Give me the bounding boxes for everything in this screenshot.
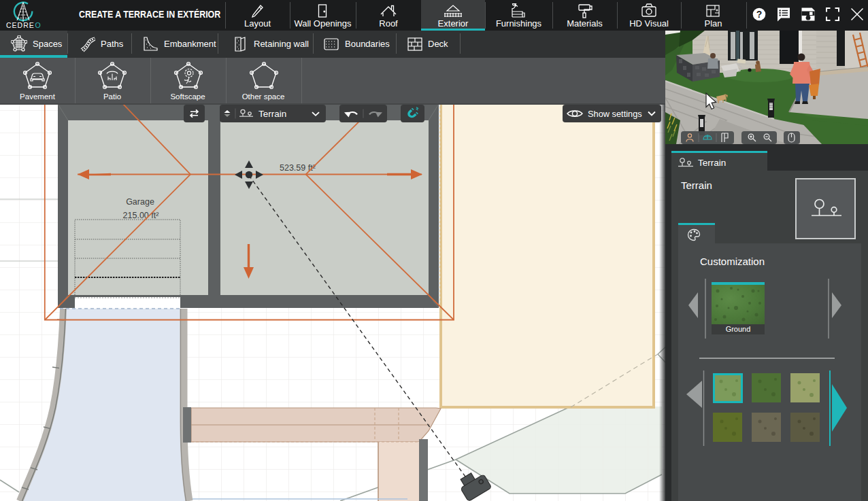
svg-text:523.59 ft²: 523.59 ft² <box>280 163 316 173</box>
svg-text:Show settings: Show settings <box>588 109 642 119</box>
svg-text:O: O <box>35 21 41 29</box>
svg-text:Garage: Garage <box>126 197 154 207</box>
svg-text:CEDRE: CEDRE <box>6 21 35 29</box>
svg-text:Ground: Ground <box>726 325 751 333</box>
svg-text:Terrain: Terrain <box>258 109 286 118</box>
svg-text:?: ? <box>756 9 763 20</box>
